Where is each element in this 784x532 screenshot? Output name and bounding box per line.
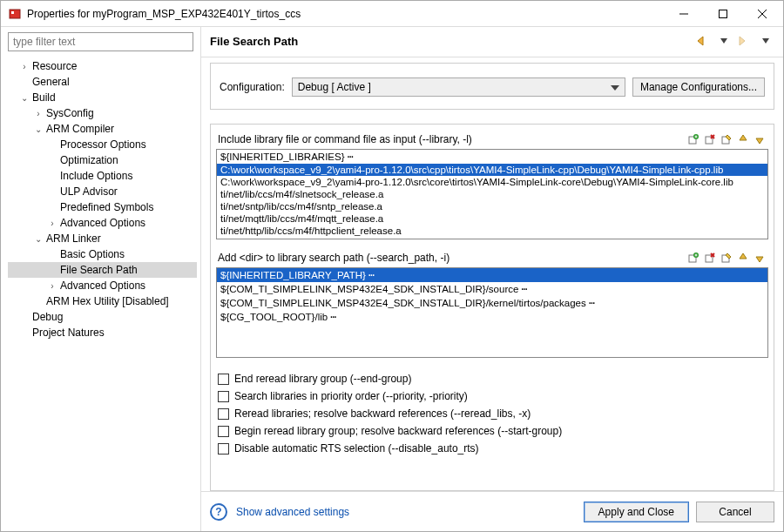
svg-rect-0 (10, 10, 20, 18)
svg-rect-1 (11, 11, 14, 14)
priority-checkbox[interactable]: Search libraries in priority order (--pr… (218, 387, 767, 405)
edit-entry-icon[interactable] (720, 132, 733, 146)
list-item[interactable]: ${COM_TI_SIMPLELINK_MSP432E4_SDK_INSTALL… (217, 296, 767, 310)
tree-item-optimization[interactable]: ›Optimization (8, 152, 197, 168)
configuration-frame: Configuration: Debug [ Active ] Manage C… (210, 63, 774, 110)
show-advanced-link[interactable]: Show advanced settings (236, 506, 349, 518)
category-tree[interactable]: ›Resource ›General ⌄Build ›SysConfig ⌄AR… (4, 58, 197, 526)
window-title: Properties for myProgram_MSP_EXP432E401Y… (27, 8, 664, 20)
nav-back-icon[interactable] (694, 34, 712, 48)
move-up-icon[interactable] (736, 132, 750, 146)
tree-item-armhex[interactable]: ›ARM Hex Utility [Disabled] (8, 293, 197, 309)
list-item[interactable]: ${COM_TI_SIMPLELINK_MSP432E4_SDK_INSTALL… (217, 282, 767, 296)
list-item[interactable]: C:\work\workspace_v9_2\yami4-pro-1.12.0\… (217, 176, 767, 188)
edit-entry-icon[interactable] (720, 251, 733, 265)
tree-item-basicopt[interactable]: ›Basic Options (8, 246, 197, 262)
tree-item-debug[interactable]: ›Debug (8, 309, 197, 325)
delete-entry-icon[interactable] (703, 251, 717, 265)
list-item[interactable]: ${INHERITED_LIBRARY_PATH} ⋯ (217, 268, 767, 282)
tree-item-ulp[interactable]: ›ULP Advisor (8, 184, 197, 199)
delete-entry-icon[interactable] (703, 132, 717, 146)
page-title: File Search Path (210, 35, 691, 48)
svg-rect-3 (719, 10, 727, 17)
tree-item-predef[interactable]: ›Predefined Symbols (8, 199, 197, 215)
ellipsis-icon: ⋯ (348, 151, 353, 163)
move-down-icon[interactable] (753, 132, 767, 146)
manage-configurations-button[interactable]: Manage Configurations... (632, 77, 765, 97)
page-heading: File Search Path (201, 27, 783, 57)
tree-item-projnat[interactable]: ›Project Natures (8, 325, 197, 340)
help-icon[interactable]: ? (210, 503, 227, 521)
move-up-icon[interactable] (736, 251, 750, 265)
list-item[interactable]: ${CG_TOOL_ROOT}/lib ⋯ (217, 310, 767, 324)
nav-back-menu-icon[interactable] (715, 34, 733, 48)
list-item[interactable]: ti/net/http/lib/ccs/m4f/httpclient_relea… (217, 225, 767, 237)
tree-item-advopt1[interactable]: ›Advanced Options (8, 215, 197, 231)
tree-item-build[interactable]: ⌄Build (8, 90, 197, 105)
maximize-button[interactable] (703, 1, 742, 27)
disable-auto-rts-checkbox[interactable]: Disable automatic RTS selection (--disab… (218, 440, 767, 457)
configuration-select[interactable]: Debug [ Active ] (292, 77, 625, 97)
list-item[interactable]: ti/net/sntp/lib/ccs/m4f/sntp_release.a (217, 200, 767, 212)
search-path-list[interactable]: ${INHERITED_LIBRARY_PATH} ⋯ ${COM_TI_SIM… (216, 267, 768, 358)
reread-libs-checkbox[interactable]: Reread libraries; resolve backward refer… (218, 405, 767, 422)
end-group-checkbox[interactable]: End reread library group (--end-group) (218, 370, 767, 387)
ellipsis-icon: ⋯ (330, 311, 335, 323)
tree-item-filesearch[interactable]: ›File Search Path (8, 262, 197, 278)
title-bar: Properties for myProgram_MSP_EXP432E401Y… (1, 1, 783, 27)
tree-item-resource[interactable]: ›Resource (8, 58, 197, 74)
apply-close-button[interactable]: Apply and Close (584, 502, 689, 522)
list-item[interactable]: ti/net/http/lib/ccs/m4f/httpserver_relea… (217, 237, 767, 239)
tree-item-armcompiler[interactable]: ⌄ARM Compiler (8, 121, 197, 137)
include-library-list[interactable]: ${INHERITED_LIBRARIES} ⋯ C:\work\workspa… (216, 149, 768, 239)
ellipsis-icon: ⋯ (589, 297, 594, 309)
include-library-label: Include library file or command file as … (218, 133, 686, 145)
tree-item-sysconfig[interactable]: ›SysConfig (8, 105, 197, 121)
ellipsis-icon: ⋯ (522, 283, 527, 295)
filter-input[interactable]: type filter text (8, 32, 193, 51)
ellipsis-icon: ⋯ (368, 269, 374, 281)
minimize-button[interactable] (664, 1, 703, 27)
add-entry-icon[interactable] (686, 132, 700, 146)
nav-forward-menu-icon[interactable] (757, 34, 774, 48)
tree-item-includeopt[interactable]: ›Include Options (8, 168, 197, 184)
list-item[interactable]: ti/net/mqtt/lib/ccs/m4f/mqtt_release.a (217, 212, 767, 225)
move-down-icon[interactable] (753, 251, 767, 265)
tree-item-advopt2[interactable]: ›Advanced Options (8, 278, 197, 293)
app-icon (8, 7, 22, 21)
tree-item-general[interactable]: ›General (8, 74, 197, 90)
add-entry-icon[interactable] (686, 251, 700, 265)
tree-item-procopt[interactable]: ›Processor Options (8, 137, 197, 152)
cancel-button[interactable]: Cancel (696, 502, 774, 522)
chevron-down-icon (611, 81, 619, 93)
configuration-label: Configuration: (220, 81, 285, 93)
start-group-checkbox[interactable]: Begin reread library group; resolve back… (218, 422, 767, 440)
list-item[interactable]: C:\work\workspace_v9_2\yami4-pro-1.12.0\… (217, 164, 767, 176)
list-item[interactable]: ${INHERITED_LIBRARIES} ⋯ (217, 150, 767, 164)
nav-forward-icon[interactable] (736, 34, 754, 48)
tree-item-armlinker[interactable]: ⌄ARM Linker (8, 231, 197, 246)
list-item[interactable]: ti/net/lib/ccs/m4f/slnetsock_release.a (217, 188, 767, 200)
close-button[interactable] (742, 1, 781, 27)
search-path-label: Add <dir> to library search path (--sear… (218, 252, 686, 264)
sidebar: type filter text ›Resource ›General ⌄Bui… (1, 27, 201, 531)
